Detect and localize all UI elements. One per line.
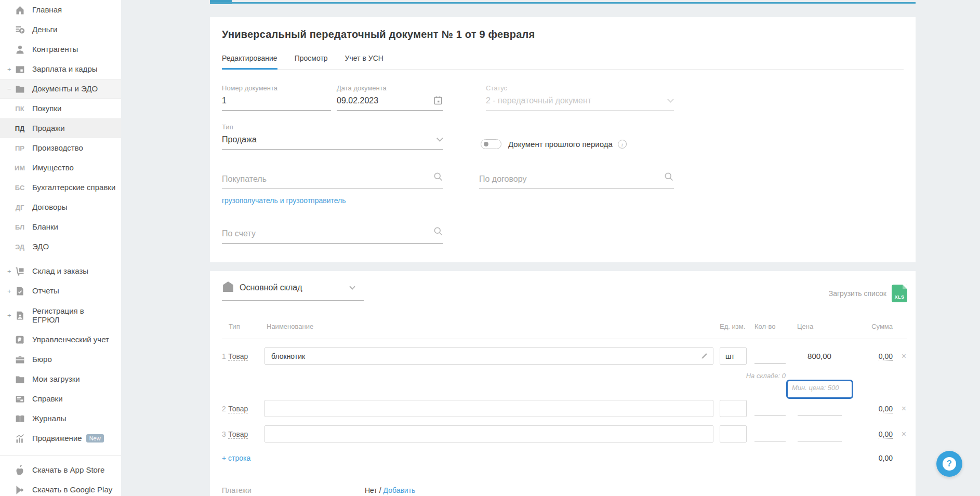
sidebar-item-label: Мои загрузки [32, 374, 80, 383]
submenu-code: ИМ [14, 164, 26, 172]
add-row-link[interactable]: + строка [222, 454, 713, 462]
row-type-link[interactable]: Товар [228, 430, 248, 439]
price-input[interactable] [798, 427, 842, 441]
row-hints: На складе: 0 Мин. цена: 500 [222, 368, 907, 399]
document-date-field: Дата документа [337, 84, 443, 111]
sidebar-item-purchases[interactable]: ПК Покупки [0, 99, 121, 118]
table-row: 2 Товар 0,00 × [222, 400, 907, 417]
unit-box[interactable] [720, 400, 747, 417]
delete-row-icon[interactable]: × [893, 430, 907, 439]
sum-value[interactable]: 0,00 [879, 405, 893, 413]
help-button[interactable]: ? [936, 451, 962, 477]
tab-editing[interactable]: Редактирование [222, 54, 277, 69]
tab-view[interactable]: Просмотр [295, 54, 328, 69]
contract-input[interactable] [479, 175, 674, 184]
registration-icon [14, 309, 26, 321]
delete-row-icon[interactable]: × [893, 352, 907, 361]
sidebar-item-bureau[interactable]: Бюро [0, 350, 121, 369]
field-label: Статус [486, 84, 674, 92]
sidebar-item-main[interactable]: Главная [0, 0, 121, 20]
sidebar-item-production[interactable]: ПР Производство [0, 138, 121, 158]
expand-plus-icon[interactable]: + [7, 267, 14, 275]
calendar-icon[interactable] [433, 95, 443, 108]
sidebar-item-label: Контрагенты [32, 45, 78, 53]
folder-icon [14, 83, 26, 95]
document-number-field: Номер документа [222, 84, 331, 111]
type-select[interactable]: Продажа [222, 135, 443, 150]
expand-plus-icon[interactable]: + [7, 65, 14, 73]
contract-field [479, 172, 674, 189]
search-icon [433, 171, 443, 184]
unit-box[interactable]: шт [720, 347, 747, 365]
sidebar-item-journals[interactable]: Журналы [0, 409, 121, 428]
delete-row-icon[interactable]: × [893, 404, 907, 413]
past-period-toggle[interactable] [481, 139, 501, 149]
warehouse-select[interactable]: Основной склад [222, 280, 364, 301]
tab-usn[interactable]: Учет в УСН [345, 54, 383, 69]
document-date-input[interactable] [337, 96, 443, 105]
consignee-link[interactable]: грузополучатель и грузоотправитель [222, 196, 346, 205]
promotion-chart-icon [14, 432, 26, 445]
info-icon[interactable]: i [618, 140, 627, 149]
sidebar-item-blanks[interactable]: БЛ Бланки [0, 217, 121, 237]
sidebar-item-promotion[interactable]: Продвижение New [0, 428, 121, 448]
sum-value[interactable]: 0,00 [879, 430, 893, 439]
sidebar-item-reports[interactable]: + Отчеты [0, 281, 121, 301]
sidebar-item-google-play[interactable]: Скачать в Google Play [0, 480, 121, 496]
sidebar-item-contracts[interactable]: ДГ Договоры [0, 197, 121, 217]
sidebar-item-label: Производство [32, 143, 83, 152]
sidebar-item-my-uploads[interactable]: Мои загрузки [0, 369, 121, 389]
sidebar-item-sales[interactable]: ПД Продажи [0, 118, 121, 138]
upload-list-button[interactable]: Загрузить список XLS [829, 285, 907, 302]
document-number-input[interactable] [222, 96, 331, 105]
submenu-code: ПР [14, 144, 26, 152]
toggle-label: Документ прошлого периода [508, 140, 613, 149]
sum-value[interactable]: 0,00 [879, 352, 893, 361]
warehouse-icon [222, 280, 234, 295]
item-name-input[interactable] [265, 405, 713, 413]
sidebar-item-salary[interactable]: + Зарплата и кадры [0, 59, 121, 79]
sidebar-item-label: Покупки [32, 104, 61, 113]
sidebar-item-management-accounting[interactable]: Управленческий учет [0, 330, 121, 350]
sidebar-item-label: Зарплата и кадры [32, 64, 98, 73]
sidebar-item-warehouse[interactable]: + Склад и заказы [0, 261, 121, 281]
qty-input[interactable] [754, 427, 786, 441]
price-value[interactable]: 800,00 [786, 352, 853, 360]
price-input[interactable] [798, 401, 842, 416]
payments-label: Платежи [222, 486, 365, 494]
row-type-link[interactable]: Товар [228, 405, 248, 413]
row-type-link[interactable]: Товар [228, 352, 248, 361]
xls-file-icon: XLS [892, 285, 907, 302]
sidebar-item-label: ЭДО [32, 242, 49, 251]
qty-input[interactable] [754, 349, 786, 364]
expand-plus-icon[interactable]: + [7, 287, 14, 295]
sidebar-item-label: Деньги [32, 25, 57, 34]
pencil-icon[interactable] [700, 352, 708, 362]
sidebar-item-contractors[interactable]: Контрагенты [0, 39, 121, 59]
item-name-box [264, 425, 713, 443]
cart-icon [14, 265, 26, 277]
sidebar-item-money[interactable]: Деньги [0, 20, 121, 39]
qty-input[interactable] [754, 401, 786, 416]
unit-box[interactable] [720, 425, 747, 443]
search-icon [433, 226, 443, 238]
sidebar-item-label: Скачать в Google Play [32, 485, 112, 494]
apple-icon [14, 464, 26, 476]
status-value: 2 - передаточный документ [486, 96, 674, 111]
sidebar-item-label: Продвижение [32, 434, 82, 443]
expand-plus-icon[interactable]: + [7, 312, 14, 319]
item-name-input[interactable] [265, 430, 713, 438]
sidebar-item-app-store[interactable]: Скачать в App Store [0, 460, 121, 480]
sidebar-item-property[interactable]: ИМ Имущество [0, 158, 121, 178]
item-name-input[interactable] [265, 352, 713, 360]
sidebar-item-registration[interactable]: + Регистрация в ЕГРЮЛ [0, 301, 121, 330]
sidebar-item-documents[interactable]: − Документы и ЭДО [0, 79, 121, 99]
sidebar-item-accounting-certs[interactable]: БС Бухгалтерские справки [0, 178, 121, 197]
buyer-input[interactable] [222, 175, 443, 184]
folder-icon [14, 373, 26, 385]
sidebar-item-edo[interactable]: ЭД ЭДО [0, 237, 121, 257]
invoice-input[interactable] [222, 229, 443, 238]
payments-add-link[interactable]: Добавить [383, 486, 416, 494]
sidebar-item-certificates[interactable]: Справки [0, 389, 121, 409]
collapse-minus-icon[interactable]: − [7, 85, 14, 93]
